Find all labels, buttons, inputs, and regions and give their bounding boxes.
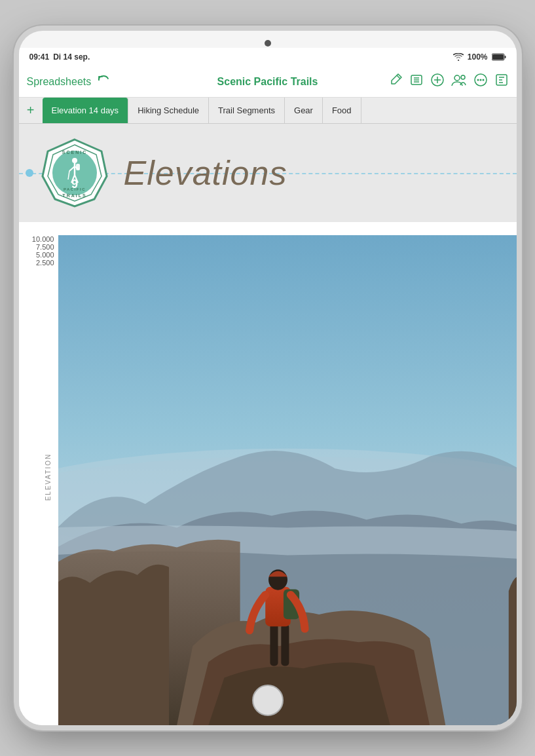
- sheet-title: Elevations: [124, 153, 287, 193]
- y-axis-title: ELEVATION: [44, 453, 51, 501]
- battery-percent: 100%: [468, 52, 488, 62]
- svg-rect-2: [492, 54, 504, 60]
- svg-text:TRAILS: TRAILS: [62, 193, 86, 198]
- y-label-5000: 5.000: [19, 251, 58, 259]
- svg-rect-42: [281, 624, 289, 666]
- tab-hiking[interactable]: Hiking Schedule: [128, 98, 209, 124]
- ipad-device: 09:41 Di 14 sep. 100% Spreadsheets: [19, 31, 517, 725]
- undo-button[interactable]: [96, 73, 111, 90]
- toolbar-center: Scenic Pacific Trails: [189, 76, 346, 88]
- add-sheet-button[interactable]: +: [19, 99, 43, 123]
- sheet-header: SCENIC PACIFIC TRAILS 9 Elevations: [19, 124, 517, 222]
- status-right: 100%: [453, 52, 506, 62]
- tabs-bar: + Elevation 14 days Hiking Schedule Trai…: [19, 98, 517, 124]
- camera: [265, 40, 271, 47]
- collaborate-icon[interactable]: [451, 73, 467, 90]
- y-axis-labels: 10.000 7.500 5.000 2.500: [19, 229, 58, 273]
- tab-gear-label: Gear: [294, 105, 313, 115]
- dashed-dot-decoration: [26, 169, 33, 177]
- time: 09:41: [29, 52, 50, 62]
- tab-elevation-label: Elevation 14 days: [52, 105, 119, 115]
- mountain-ridges-svg: [58, 235, 517, 725]
- svg-rect-33: [76, 164, 80, 170]
- svg-text:SCENIC: SCENIC: [62, 150, 86, 155]
- document-title: Scenic Pacific Trails: [217, 76, 318, 87]
- svg-point-12: [454, 75, 460, 81]
- svg-point-0: [458, 60, 459, 61]
- back-button[interactable]: Spreadsheets: [27, 76, 92, 88]
- chart-inner: [58, 229, 517, 725]
- chart-area: ELEVATION 10.000 7.500 5.000 2.500: [19, 222, 517, 725]
- svg-point-13: [461, 75, 465, 79]
- y-label-10000: 10.000: [19, 235, 58, 243]
- tab-trail-segments[interactable]: Trail Segments: [209, 98, 285, 124]
- svg-rect-41: [270, 622, 278, 666]
- tab-elevation[interactable]: Elevation 14 days: [43, 98, 129, 124]
- svg-point-17: [479, 79, 481, 81]
- y-label-2500: 2.500: [19, 259, 58, 267]
- list-icon[interactable]: [409, 73, 424, 90]
- tab-food[interactable]: Food: [323, 98, 361, 124]
- home-button[interactable]: [252, 685, 284, 716]
- status-left: 09:41 Di 14 sep.: [29, 52, 90, 62]
- wifi-icon: [453, 53, 464, 61]
- svg-rect-3: [504, 56, 506, 58]
- svg-point-16: [477, 79, 479, 81]
- format-icon[interactable]: [494, 73, 509, 90]
- tab-trail-label: Trail Segments: [218, 105, 275, 115]
- mountain-photo: [58, 235, 517, 725]
- status-bar: 09:41 Di 14 sep. 100%: [19, 48, 517, 66]
- y-label-7500: 7.500: [19, 243, 58, 251]
- svg-text:9: 9: [71, 178, 77, 191]
- logo-badge: SCENIC PACIFIC TRAILS 9: [39, 137, 111, 209]
- share-icon[interactable]: [388, 73, 403, 90]
- tab-hiking-label: Hiking Schedule: [138, 105, 199, 115]
- tab-food-label: Food: [332, 105, 352, 115]
- more-icon[interactable]: [473, 73, 488, 90]
- toolbar-left: Spreadsheets: [27, 73, 184, 90]
- date: Di 14 sep.: [53, 52, 90, 62]
- tab-gear[interactable]: Gear: [285, 98, 323, 124]
- sheet-content: SCENIC PACIFIC TRAILS 9 Elevations ELEVA…: [19, 124, 517, 725]
- plus-icon[interactable]: [430, 73, 445, 90]
- toolbar-right: [352, 73, 509, 90]
- toolbar: Spreadsheets Scenic Pacific Trails: [19, 66, 517, 98]
- svg-point-26: [72, 158, 77, 163]
- svg-point-18: [482, 79, 484, 81]
- battery-icon: [492, 53, 506, 61]
